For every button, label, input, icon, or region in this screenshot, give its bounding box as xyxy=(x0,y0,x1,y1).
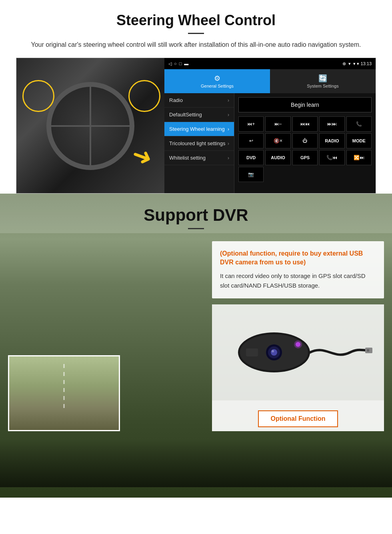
ctrl-btn-dvd[interactable]: DVD xyxy=(238,150,264,165)
ctrl-btn-extra[interactable]: 📷 xyxy=(238,167,264,182)
android-ui: ◁ ○ □ ▬ ⊕ ▾ ▾ ▾ 13:13 ⚙ General Settings xyxy=(164,58,376,193)
steering-description: Your original car's steering wheel contr… xyxy=(24,40,368,50)
dvr-heading: Support DVR xyxy=(0,194,392,233)
system-settings-icon: 🔄 xyxy=(318,74,327,83)
dvr-right-panel: (Optional function, require to buy exter… xyxy=(212,241,384,431)
general-settings-icon: ⚙ xyxy=(214,74,220,83)
arrow-icon: ➜ xyxy=(128,140,157,173)
dvr-title-divider xyxy=(188,228,204,229)
ctrl-btn-shuffle[interactable]: 🔀⏭ xyxy=(346,150,372,165)
page-title: Steering Wheel Control xyxy=(16,12,376,29)
dvr-description: It can record video only to storage in G… xyxy=(220,271,376,290)
title-divider xyxy=(188,33,204,34)
menu-item-whitelist[interactable]: Whitelist setting › xyxy=(164,151,234,165)
menu-default-label: DefaultSetting xyxy=(169,112,202,118)
dvr-camera-area xyxy=(212,304,384,400)
home-icon: ○ xyxy=(174,61,177,66)
ctrl-btn-mute[interactable]: 🔇× xyxy=(265,133,290,148)
ctrl-btn-audio[interactable]: AUDIO xyxy=(265,150,290,165)
dvr-thumbnail-inner xyxy=(9,356,119,430)
menu-arrow-tricoloured: › xyxy=(228,141,229,146)
dvr-info-box: (Optional function, require to buy exter… xyxy=(212,241,384,298)
optional-btn-container: Optional Function xyxy=(212,400,384,431)
ctrl-btn-radio[interactable]: RADIO xyxy=(319,133,344,148)
android-content: Radio › DefaultSetting › Steering Wheel … xyxy=(164,93,376,193)
clock: ▾ ▾ 13:13 xyxy=(353,61,372,66)
optional-function-button[interactable]: Optional Function xyxy=(258,410,338,427)
back-icon: ◁ xyxy=(168,61,172,66)
android-tabs: ⚙ General Settings 🔄 System Settings xyxy=(164,69,376,93)
ctrl-btn-gps[interactable]: GPS xyxy=(292,150,318,165)
svg-rect-8 xyxy=(367,349,369,352)
highlight-circle-left xyxy=(22,80,54,112)
highlight-circle-right xyxy=(128,80,160,112)
road-line xyxy=(64,364,65,408)
ctrl-btn-prev[interactable]: ⏮⏮ xyxy=(292,116,318,132)
ctrl-btn-vol-down[interactable]: ⏭− xyxy=(265,116,290,132)
menu-arrow-whitelist: › xyxy=(228,155,229,161)
begin-learn-button[interactable]: Begin learn xyxy=(238,97,372,112)
ctrl-btn-mode[interactable]: MODE xyxy=(346,133,372,148)
dvr-left-panel xyxy=(8,241,204,431)
menu-panel: Radio › DefaultSetting › Steering Wheel … xyxy=(164,93,234,193)
tab-general-label: General Settings xyxy=(201,84,234,88)
screenshot-container: ➜ ◁ ○ □ ▬ ⊕ ▾ ▾ ▾ 13:13 xyxy=(16,58,376,194)
svg-point-5 xyxy=(272,350,274,352)
recents-icon: □ xyxy=(179,61,182,66)
status-icons: ⊕ ▾ ▾ ▾ 13:13 xyxy=(342,61,372,66)
ctrl-btn-hangup[interactable]: ↩ xyxy=(238,133,264,148)
ctrl-btn-power[interactable]: ⏻ xyxy=(292,133,318,148)
optional-title: (Optional function, require to buy exter… xyxy=(220,249,376,267)
dvr-main-content: (Optional function, require to buy exter… xyxy=(0,233,392,439)
dvr-thumbnail xyxy=(8,355,120,431)
svg-point-10 xyxy=(294,340,302,348)
menu-item-defaultsetting[interactable]: DefaultSetting › xyxy=(164,108,234,122)
menu-item-radio[interactable]: Radio › xyxy=(164,93,234,108)
menu-arrow-steering: › xyxy=(228,126,229,132)
steering-photo: ➜ xyxy=(16,58,164,194)
android-statusbar: ◁ ○ □ ▬ ⊕ ▾ ▾ ▾ 13:13 xyxy=(164,58,376,69)
tab-system-label: System Settings xyxy=(307,84,338,88)
steering-wheel xyxy=(46,82,134,170)
dvr-section: Support DVR (Optional function, require … xyxy=(0,194,392,498)
tab-system[interactable]: 🔄 System Settings xyxy=(270,69,376,93)
ctrl-btn-call-prev[interactable]: 📞⏮ xyxy=(319,150,344,165)
gps-icon: ⊕ xyxy=(342,61,346,66)
menu-arrow-default: › xyxy=(228,112,229,118)
screenshot-icon: ▬ xyxy=(184,61,188,66)
svg-point-4 xyxy=(271,349,277,356)
wifi-icon: ▾ xyxy=(348,61,351,66)
svg-rect-6 xyxy=(246,348,258,356)
control-button-grid: ⏮+ ⏭− ⏮⏮ ⏭⏭ 📞 ↩ 🔇× ⏻ RADIO MODE DVD AUDI… xyxy=(238,116,372,182)
tab-general[interactable]: ⚙ General Settings xyxy=(164,69,270,93)
menu-tricoloured-label: Tricoloured light settings xyxy=(169,140,225,146)
nav-icons: ◁ ○ □ ▬ xyxy=(168,61,188,66)
ctrl-btn-vol-up[interactable]: ⏮+ xyxy=(238,116,264,132)
dvr-bottom-area xyxy=(0,439,392,487)
menu-radio-label: Radio xyxy=(169,97,183,103)
menu-item-steering[interactable]: Steering Wheel learning › xyxy=(164,122,234,136)
menu-arrow-radio: › xyxy=(228,98,229,103)
steering-section: Steering Wheel Control Your original car… xyxy=(0,0,392,194)
camera-svg xyxy=(222,312,374,392)
ctrl-btn-call[interactable]: 📞 xyxy=(346,116,372,132)
menu-whitelist-label: Whitelist setting xyxy=(169,155,206,161)
menu-item-tricoloured[interactable]: Tricoloured light settings › xyxy=(164,136,234,151)
dvr-title: Support DVR xyxy=(0,206,392,225)
menu-steering-label: Steering Wheel learning xyxy=(169,126,225,132)
ctrl-btn-next[interactable]: ⏭⏭ xyxy=(319,116,344,132)
content-panel: Begin learn ⏮+ ⏭− ⏮⏮ ⏭⏭ 📞 ↩ 🔇× ⏻ RADIO M… xyxy=(234,93,376,193)
